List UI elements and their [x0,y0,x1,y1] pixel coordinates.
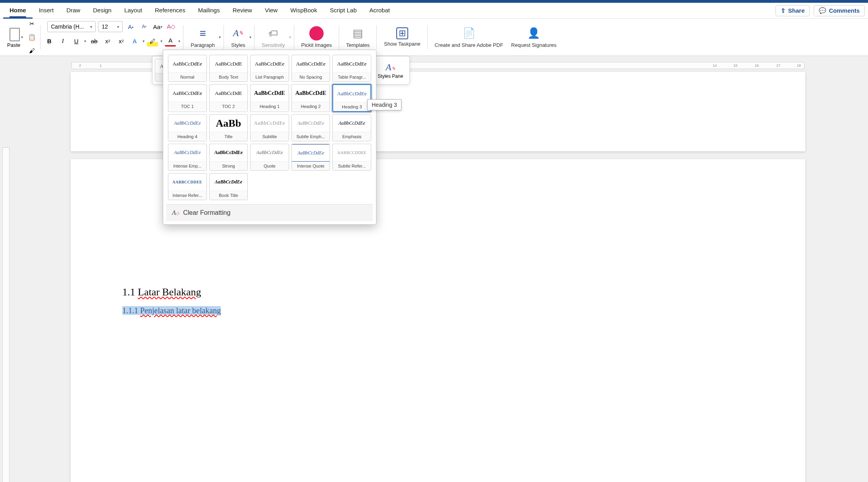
tab-view[interactable]: View [258,3,284,19]
style-tile-emphasis[interactable]: AaBbCcDdEeEmphasis [332,114,371,141]
bold-icon[interactable]: B [44,35,55,46]
style-tile-normal[interactable]: AaBbCcDdEeNormal [168,55,207,82]
tab-home[interactable]: Home [3,3,33,19]
format-painter-icon[interactable]: 🖌 [26,45,37,56]
paragraph-dropdown[interactable]: ▾ [219,35,221,39]
style-tile-toc-2[interactable]: AaBbCcDdETOC 2 [209,84,248,112]
superscript-icon[interactable]: x2 [116,35,127,46]
style-tile-subtle-refer-[interactable]: AABBCCDDEESubtle Refer... [332,144,371,171]
style-tile-list-paragraph[interactable]: AaBbCcDdEeList Paragraph [250,55,289,82]
taskpane-group: ⊞ Show Taskpane [377,21,428,53]
ribbon-toolbar: Paste ▾ ✂ 📋 🖌 Cambria (H... ▾ 12 ▾ A▴ A▾… [0,19,868,56]
increase-font-icon[interactable]: A▴ [125,21,136,32]
underline-icon[interactable]: U [71,35,82,46]
adobe-pdf-button[interactable]: 📄 Create and Share Adobe PDF [431,25,507,50]
style-tile-heading-1[interactable]: AaBbCcDdEHeading 1 [250,84,289,112]
decrease-font-icon[interactable]: A▾ [139,21,150,32]
tab-mailings[interactable]: Mailings [192,3,226,19]
font-name-select[interactable]: Cambria (H... ▾ [47,21,96,32]
style-label: Heading 1 [251,102,289,111]
style-tile-book-title[interactable]: AaBbCcDdEeBook Title [209,173,248,200]
style-tile-no-spacing[interactable]: AaBbCcDdEeNo Spacing [291,55,330,82]
templates-button[interactable]: ▤ Templates [342,25,374,50]
style-label: Strong [210,162,248,170]
highlight-dropdown[interactable]: ▾ [160,39,162,43]
paragraph-button[interactable]: ≡ Paragraph [187,25,219,50]
style-tile-subtitle[interactable]: AaBbCcDdEeSubtitle [250,114,289,141]
style-tile-strong[interactable]: AaBbCcDdEeStrong [209,144,248,171]
style-tile-intense-quote[interactable]: AaBbCcDdEeIntense Quote [291,144,330,171]
tab-layout[interactable]: Layout [118,3,149,19]
style-tile-toc-1[interactable]: AaBbCcDdEeTOC 1 [168,84,207,112]
tab-scriptlab[interactable]: Script Lab [324,3,363,19]
style-preview: AaBbCcDdEe [210,144,248,162]
style-label: Intense Refer... [168,191,206,200]
clipboard-icon [8,26,20,41]
style-label: TOC 2 [210,102,248,111]
style-tile-intense-emp-[interactable]: AaBbCcDdEeIntense Emp... [168,144,207,171]
heading-3-selected[interactable]: 1.1.1 Penjelasan latar belakang [122,306,221,315]
request-signatures-button[interactable]: 👤 Request Signatures [507,25,560,50]
tab-references[interactable]: References [149,3,192,19]
share-button[interactable]: ⇪ Share [775,5,810,16]
style-label: Subtle Refer... [333,162,371,170]
clear-formatting-button[interactable]: A◇ Clear Formatting [166,204,373,221]
style-tile-quote[interactable]: AaBbCcDdEeQuote [250,144,289,171]
style-tile-subtle-emph-[interactable]: AaBbCcDdEeSubtle Emph... [291,114,330,141]
comments-label: Comments [829,7,860,14]
tabs-container: Home Insert Draw Design Layout Reference… [3,3,396,19]
comments-button[interactable]: 💬 Comments [814,5,865,16]
font-color-icon[interactable]: A [165,35,176,46]
styles-button[interactable]: A✎ Styles [227,25,249,50]
italic-icon[interactable]: I [57,35,68,46]
sensitivity-label: Sensitivity [262,42,285,48]
font-name-value: Cambria (H... [51,23,84,30]
text-effects-dropdown[interactable]: ▾ [143,39,145,43]
tab-draw[interactable]: Draw [60,3,87,19]
style-label: Title [210,132,248,141]
sensitivity-button[interactable]: 🏷 Sensitivity [258,25,289,50]
cut-icon[interactable]: ✂ [26,18,37,29]
style-tile-intense-refer-[interactable]: AABBCCDDEEIntense Refer... [168,173,207,200]
underline-dropdown[interactable]: ▾ [84,39,86,43]
ruler-tick: 17 [776,64,780,67]
style-tile-title[interactable]: AaBbTitle [209,114,248,141]
tab-design[interactable]: Design [87,3,118,19]
style-tile-heading-2[interactable]: AaBbCcDdEHeading 2 [291,84,330,112]
sensitivity-dropdown[interactable]: ▾ [289,35,291,39]
style-label: Heading 2 [292,102,330,111]
clear-formatting-icon[interactable]: A◇ [166,21,177,32]
heading-1[interactable]: 1.1 Latar Belakang [122,286,201,298]
heading-3-text: Penjelasan latar belakang [140,306,221,315]
font-color-dropdown[interactable]: ▾ [178,39,180,43]
tab-review[interactable]: Review [226,3,258,19]
tab-wispbook[interactable]: WispBook [284,3,324,19]
document-area: 2 1 14 15 16 17 18 1.1 Latar Belakang 1.… [0,56,868,482]
tab-insert[interactable]: Insert [33,3,60,19]
show-taskpane-button[interactable]: ⊞ Show Taskpane [380,26,424,49]
style-tile-heading-4[interactable]: AaBbCcDdEeHeading 4 [168,114,207,141]
font-size-select[interactable]: 12 ▾ [98,21,123,32]
text-effects-icon[interactable]: A [129,35,140,46]
copy-icon[interactable]: 📋 [26,32,37,43]
paste-dropdown[interactable]: ▾ [21,35,23,39]
style-tile-heading-3[interactable]: AaBbCcDdEeHeading 3 [332,84,371,112]
styles-pane-button[interactable]: A✎ Styles Pane [374,60,407,81]
vertical-ruler[interactable] [2,147,10,482]
paste-button[interactable]: Paste [7,26,20,48]
style-tile-body-text[interactable]: AaBbCcDdEBody Text [209,55,248,82]
styles-pane-label: Styles Pane [378,73,403,79]
style-preview: AaBbCcDdEe [292,115,330,132]
tab-acrobat[interactable]: Acrobat [363,3,396,19]
styles-dropdown-toggle[interactable]: ▾ [249,35,251,39]
style-tile-table-paragr-[interactable]: AaBbCcDdEeTable Paragr... [332,55,371,82]
chevron-down-icon: ▾ [117,25,119,29]
heading-1-text: Latar Belakang [138,286,201,298]
pickit-button[interactable]: Pickit Images [297,25,336,50]
change-case-icon[interactable]: Aa▾ [152,21,163,32]
strikethrough-icon[interactable]: ab [89,35,100,46]
highlight-icon[interactable]: 🖊 [147,35,158,46]
subscript-icon[interactable]: x2 [102,35,113,46]
style-tooltip: Heading 3 [367,99,401,110]
heading-1-number: 1.1 [122,286,135,298]
